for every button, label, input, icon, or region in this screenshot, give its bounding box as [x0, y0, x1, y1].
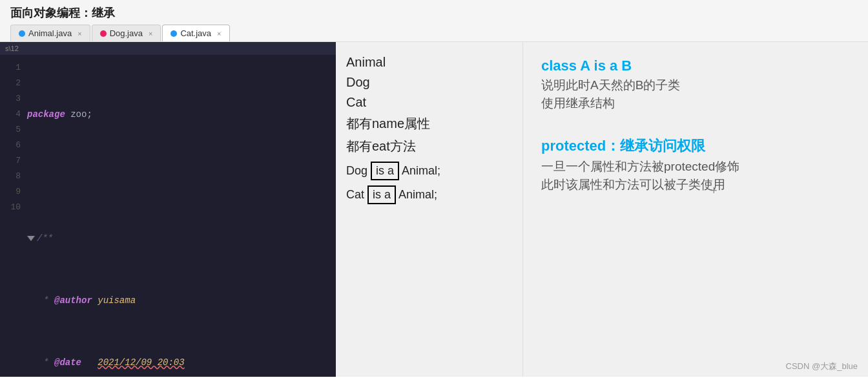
page-title: 面向对象编程：继承 — [10, 5, 858, 21]
class-dog: Dog — [346, 75, 512, 90]
tab-dot-animal — [19, 30, 25, 37]
note-section-1: class A is a B 说明此时A天然的B的子类 使用继承结构 — [541, 58, 850, 113]
class-feature-eat: 都有eat方法 — [346, 138, 512, 155]
watermark: CSDN @大森_blue — [786, 361, 858, 372]
tab-dot-cat — [170, 30, 177, 37]
code-line-1: package zoo; — [27, 107, 331, 122]
right-panel: class A is a B 说明此时A天然的B的子类 使用继承结构 prote… — [523, 42, 868, 377]
title-bar: 面向对象编程：继承 Animal.java × Dog.java × Cat.j… — [0, 0, 868, 42]
tab-label-dog: Dog.java — [110, 28, 143, 38]
line-numbers: 1 2 3 4 5 6 7 8 9 10 — [0, 55, 23, 377]
code-line-5: * @date 2021/12/09 20:03 — [27, 355, 331, 370]
class-list: Animal Dog Cat 都有name属性 都有eat方法 Dog is a… — [346, 55, 512, 364]
code-line-4: * @author yuisama — [27, 293, 331, 308]
tab-close-cat[interactable]: × — [217, 30, 221, 37]
code-line-2 — [27, 169, 331, 184]
class-feature-name: 都有name属性 — [346, 115, 512, 132]
class-animal: Animal — [346, 55, 512, 70]
note-line-2-1: 一旦一个属性和方法被protected修饰 — [541, 158, 850, 175]
note-line-1-1: 说明此时A天然的B的子类 — [541, 77, 850, 94]
plus-icon: + — [710, 184, 718, 198]
code-line-3: /** — [27, 231, 331, 246]
tab-dot-dog — [100, 30, 107, 37]
tab-dog[interactable]: Dog.java × — [92, 25, 161, 41]
tab-label-cat: Cat.java — [180, 28, 211, 38]
code-area: 1 2 3 4 5 6 7 8 9 10 package zoo; — [0, 55, 336, 377]
tab-close-dog[interactable]: × — [149, 30, 152, 37]
class-relations: Dog is a Animal; Cat is a Animal; — [346, 160, 512, 204]
tab-animal[interactable]: Animal.java × — [10, 25, 90, 41]
tab-label-animal: Animal.java — [28, 28, 72, 38]
code-content: package zoo; /** * @author yuisama * @da… — [23, 55, 336, 377]
note-section-2: protected：继承访问权限 一旦一个属性和方法被protected修饰 此… — [541, 136, 850, 195]
tabs-row: Animal.java × Dog.java × Cat.java × — [10, 25, 858, 41]
black-box-cat: is a — [367, 185, 396, 204]
relation-cat: Cat is a Animal; — [346, 184, 512, 204]
tab-close-animal[interactable]: × — [78, 30, 81, 37]
class-cat: Cat — [346, 95, 512, 110]
editor-panel: s\12 1 2 3 4 5 6 7 8 9 10 package zoo; — [0, 42, 336, 377]
editor-header: s\12 — [0, 42, 336, 55]
relation-dog: Dog is a Animal; — [346, 160, 512, 180]
main-content: s\12 1 2 3 4 5 6 7 8 9 10 package zoo; — [0, 42, 868, 377]
note-title-2: protected：继承访问权限 — [541, 136, 850, 156]
tab-cat[interactable]: Cat.java × — [162, 25, 229, 41]
black-box-dog: is a — [371, 162, 399, 180]
note-divider — [541, 118, 850, 131]
note-title-1: class A is a B — [541, 58, 850, 74]
note-line-1-2: 使用继承结构 — [541, 95, 850, 112]
middle-panel: Animal Dog Cat 都有name属性 都有eat方法 Dog is a… — [336, 42, 523, 377]
note-line-2-2: 此时该属性和方法可以被子类使用 — [541, 176, 850, 193]
